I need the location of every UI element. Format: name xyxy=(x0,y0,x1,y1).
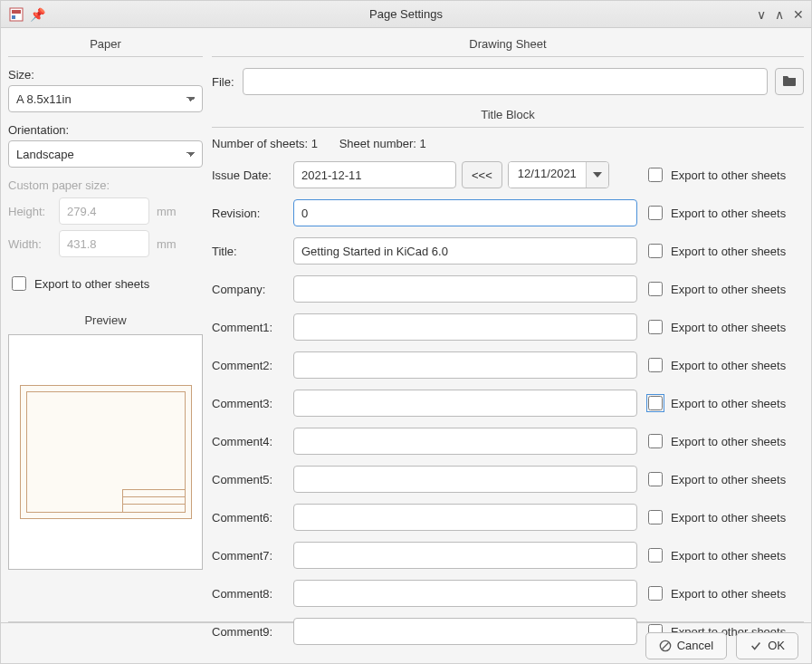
height-unit: mm xyxy=(157,205,182,218)
paper-export-label: Export to other sheets xyxy=(34,277,149,291)
folder-icon xyxy=(782,74,797,90)
comment4-input[interactable] xyxy=(293,428,637,455)
comment5-label: Comment5: xyxy=(212,473,286,486)
width-unit: mm xyxy=(157,237,182,251)
revision-export-checkbox[interactable] xyxy=(648,206,663,220)
comment8-export-checkbox[interactable] xyxy=(648,586,663,601)
file-label: File: xyxy=(212,75,235,89)
comment7-label: Comment7: xyxy=(212,549,286,563)
issue-date-label: Issue Date: xyxy=(212,168,286,182)
title-input[interactable] xyxy=(293,237,637,265)
size-label: Size: xyxy=(8,68,203,82)
browse-button[interactable] xyxy=(775,68,804,95)
revision-input[interactable] xyxy=(293,199,637,226)
export-label: Export to other sheets xyxy=(671,283,786,296)
comment7-export-checkbox[interactable] xyxy=(648,548,663,563)
comment7-input[interactable] xyxy=(293,542,637,569)
comment2-label: Comment2: xyxy=(212,359,286,372)
export-label: Export to other sheets xyxy=(671,245,786,258)
paper-export-checkbox[interactable] xyxy=(12,276,26,291)
export-label: Export to other sheets xyxy=(671,549,786,563)
preview-sheet xyxy=(20,385,192,519)
comment6-export-checkbox[interactable] xyxy=(648,510,663,524)
custom-size-label: Custom paper size: xyxy=(8,178,203,192)
revision-label: Revision: xyxy=(212,207,286,220)
comment5-input[interactable] xyxy=(293,466,637,493)
title-export-checkbox[interactable] xyxy=(648,244,663,258)
comment3-export-checkbox[interactable] xyxy=(648,396,663,410)
comment9-input[interactable] xyxy=(293,618,637,645)
export-label: Export to other sheets xyxy=(671,397,786,410)
titlebar: 📌 Page Settings ∨ ∧ ✕ xyxy=(1,1,811,28)
comment8-input[interactable] xyxy=(293,580,637,607)
close-icon[interactable]: ✕ xyxy=(793,7,804,22)
height-label: Height: xyxy=(8,205,52,218)
svg-rect-1 xyxy=(12,10,21,14)
company-input[interactable] xyxy=(293,275,637,303)
width-input xyxy=(59,230,149,257)
issue-date-input[interactable] xyxy=(293,161,456,188)
comment4-export-checkbox[interactable] xyxy=(648,434,663,448)
comment2-export-checkbox[interactable] xyxy=(648,358,663,372)
chevron-down-icon[interactable] xyxy=(587,162,608,188)
preview-box xyxy=(8,334,203,570)
ok-button[interactable]: OK xyxy=(736,632,798,659)
minimize-icon[interactable]: ∨ xyxy=(757,7,766,22)
num-sheets: Number of sheets: 1 xyxy=(212,137,318,150)
comment3-label: Comment3: xyxy=(212,397,286,410)
export-label: Export to other sheets xyxy=(671,207,786,220)
export-label: Export to other sheets xyxy=(671,587,786,601)
company-label: Company: xyxy=(212,283,286,296)
export-label: Export to other sheets xyxy=(671,435,786,448)
comment2-input[interactable] xyxy=(293,351,637,379)
comment6-label: Comment6: xyxy=(212,511,286,524)
export-label: Export to other sheets xyxy=(671,511,786,524)
export-label: Export to other sheets xyxy=(671,168,786,182)
check-icon xyxy=(750,640,762,652)
date-picker-value: 12/11/2021 xyxy=(509,162,587,188)
cancel-button[interactable]: Cancel xyxy=(645,632,727,659)
comment1-label: Comment1: xyxy=(212,321,286,334)
cancel-icon xyxy=(659,640,672,652)
file-input[interactable] xyxy=(243,68,768,95)
orientation-label: Orientation: xyxy=(8,123,203,137)
title-block-header: Title Block xyxy=(212,104,804,128)
height-input xyxy=(59,197,149,225)
comment1-input[interactable] xyxy=(293,313,637,341)
svg-line-4 xyxy=(662,642,668,649)
comment3-input[interactable] xyxy=(293,390,637,417)
preview-header: Preview xyxy=(8,313,203,327)
copy-date-button[interactable]: <<< xyxy=(462,161,502,188)
export-label: Export to other sheets xyxy=(671,321,786,334)
size-select[interactable]: A 8.5x11in xyxy=(8,85,203,112)
orientation-select[interactable]: Landscape xyxy=(8,140,203,168)
export-label: Export to other sheets xyxy=(671,473,786,486)
title-label: Title: xyxy=(212,245,286,258)
comment8-label: Comment8: xyxy=(212,587,286,601)
comment4-label: Comment4: xyxy=(212,435,286,448)
width-label: Width: xyxy=(8,237,52,251)
sheet-number: Sheet number: 1 xyxy=(339,137,426,150)
comment9-label: Comment9: xyxy=(212,625,286,639)
comment6-input[interactable] xyxy=(293,504,637,531)
company-export-checkbox[interactable] xyxy=(648,282,663,296)
comment1-export-checkbox[interactable] xyxy=(648,320,663,334)
drawing-sheet-header: Drawing Sheet xyxy=(212,34,804,57)
sheet-info: Number of sheets: 1 Sheet number: 1 xyxy=(212,133,804,156)
export-label: Export to other sheets xyxy=(671,359,786,372)
paper-header: Paper xyxy=(8,34,203,57)
comment5-export-checkbox[interactable] xyxy=(648,472,663,486)
issue-date-export-checkbox[interactable] xyxy=(648,168,663,182)
pin-icon[interactable]: 📌 xyxy=(30,7,45,22)
window-title: Page Settings xyxy=(1,7,811,21)
svg-rect-2 xyxy=(12,15,15,19)
app-icon xyxy=(8,6,24,23)
maximize-icon[interactable]: ∧ xyxy=(775,7,784,22)
date-picker[interactable]: 12/11/2021 xyxy=(508,161,609,188)
